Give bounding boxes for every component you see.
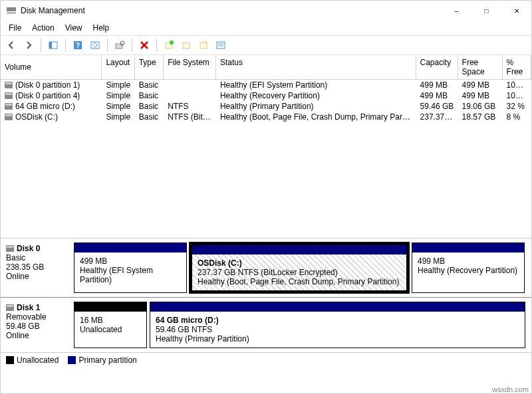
col-status[interactable]: Status (216, 55, 416, 79)
partition[interactable]: 499 MBHealthy (EFI System Partition) (74, 243, 187, 293)
partition-band (412, 243, 524, 252)
disk-icon (5, 82, 13, 88)
svg-rect-12 (200, 43, 207, 49)
col-volume[interactable]: Volume (1, 55, 102, 79)
action1-button[interactable] (178, 37, 194, 53)
forward-button[interactable] (21, 37, 37, 53)
svg-rect-3 (49, 42, 52, 49)
volume-name: (Disk 0 partition 4) (15, 91, 80, 100)
disk-icon (5, 92, 13, 99)
volume-rows: (Disk 0 partition 1)SimpleBasicHealthy (… (1, 80, 531, 238)
primary-swatch (68, 356, 76, 364)
titlebar: Disk Management – □ ✕ (1, 1, 531, 21)
disk-management-window: Disk Management – □ ✕ File Action View H… (0, 0, 532, 394)
svg-point-10 (170, 41, 174, 45)
unallocated-region[interactable]: 16 MBUnallocated (74, 302, 147, 348)
legend-unallocated: Unallocated (6, 355, 59, 365)
refresh-button[interactable] (87, 37, 103, 53)
partition[interactable]: OSDisk (C:)237.37 GB NTFS (BitLocker Enc… (190, 243, 409, 293)
menu-action[interactable]: Action (27, 22, 59, 34)
col-capacity[interactable]: Capacity (416, 55, 458, 79)
unallocated-swatch (6, 356, 14, 364)
volume-list: Volume Layout Type File System Status Ca… (1, 55, 531, 239)
disk-icon (6, 245, 14, 252)
window-title: Disk Management (21, 6, 442, 15)
col-free[interactable]: Free Space (458, 55, 503, 79)
separator (65, 39, 66, 52)
app-icon (6, 5, 17, 16)
show-hide-button[interactable] (45, 37, 61, 53)
col-layout[interactable]: Layout (102, 55, 134, 79)
disk-icon (5, 103, 13, 110)
volume-name: (Disk 0 partition 1) (15, 80, 80, 90)
disk-graphic-pane: Disk 0Basic238.35 GBOnline499 MBHealthy … (1, 239, 531, 352)
legend: Unallocated Primary partition (1, 352, 531, 367)
maximize-button[interactable]: □ (471, 1, 501, 21)
partition-band (150, 302, 525, 312)
menu-help[interactable]: Help (88, 22, 115, 34)
menubar: File Action View Help (1, 21, 531, 35)
menu-view[interactable]: View (60, 22, 88, 34)
volume-name: OSDisk (C:) (15, 112, 58, 122)
volume-row[interactable]: (Disk 0 partition 1)SimpleBasicHealthy (… (1, 80, 531, 90)
toolbar: ? (1, 35, 531, 55)
disk-icon (6, 304, 14, 311)
separator (107, 39, 108, 52)
separator (132, 39, 132, 52)
close-button[interactable]: ✕ (501, 1, 531, 21)
window-controls: – □ ✕ (442, 1, 531, 21)
column-headers: Volume Layout Type File System Status Ca… (1, 55, 531, 80)
volume-row[interactable]: OSDisk (C:)SimpleBasicNTFS (BitLo...Heal… (1, 112, 531, 122)
disk-header[interactable]: Disk 0Basic238.35 GBOnline (1, 239, 74, 297)
help-button[interactable]: ? (70, 37, 86, 53)
col-type[interactable]: Type (135, 55, 164, 79)
partition-band (74, 302, 146, 312)
back-button[interactable] (3, 37, 19, 53)
svg-text:?: ? (76, 42, 80, 49)
partition[interactable]: 499 MBHealthy (Recovery Partition) (412, 243, 525, 293)
rescan-button[interactable] (112, 37, 128, 53)
disk-header[interactable]: Disk 1Removable59.48 GBOnline (1, 298, 74, 352)
action2-button[interactable] (196, 37, 211, 53)
col-filesystem[interactable]: File System (164, 55, 216, 79)
disk-icon (5, 114, 13, 120)
separator (156, 39, 157, 52)
partition[interactable]: 64 GB micro (D:)59.46 GB NTFSHealthy (Pr… (150, 302, 525, 348)
disk-row: Disk 0Basic238.35 GBOnline499 MBHealthy … (1, 239, 531, 297)
partition-band (192, 245, 406, 254)
footer-text: wsxdn.com (492, 385, 529, 393)
volume-name: 64 GB micro (D:) (15, 102, 75, 111)
properties-button[interactable] (213, 37, 229, 53)
svg-rect-0 (7, 7, 16, 11)
menu-file[interactable]: File (3, 22, 27, 34)
volume-row[interactable]: 64 GB micro (D:)SimpleBasicNTFSHealthy (… (1, 101, 531, 112)
delete-button[interactable] (136, 37, 152, 53)
partition-band (74, 243, 186, 252)
svg-rect-11 (183, 43, 190, 49)
disk-row: Disk 1Removable59.48 GBOnline16 MBUnallo… (1, 297, 531, 352)
svg-rect-13 (217, 42, 225, 49)
legend-primary: Primary partition (68, 355, 136, 365)
volume-row[interactable]: (Disk 0 partition 4)SimpleBasicHealthy (… (1, 90, 531, 101)
col-percent[interactable]: % Free (503, 55, 531, 79)
separator (41, 39, 41, 52)
minimize-button[interactable]: – (442, 1, 471, 21)
new-volume-button[interactable] (161, 37, 177, 53)
svg-rect-1 (7, 12, 16, 14)
